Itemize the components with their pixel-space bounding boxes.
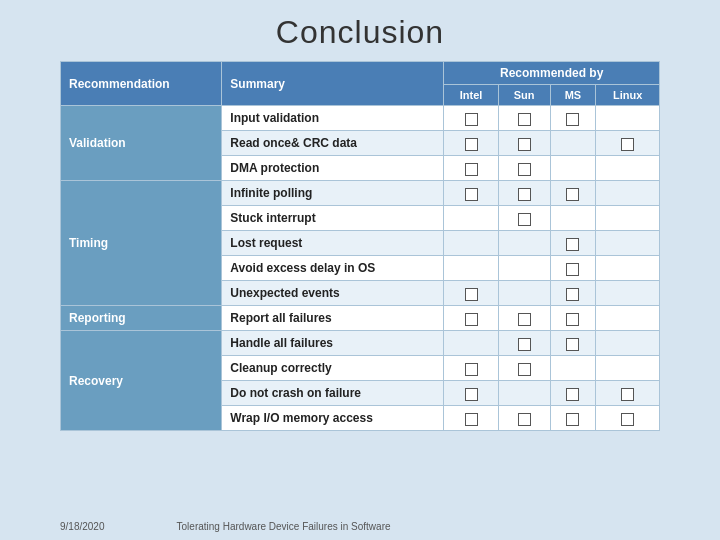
checkbox-icon [465,413,478,426]
checkbox-icon [518,413,531,426]
checkbox-icon [465,188,478,201]
col-header-recommendation: Recommendation [61,62,222,106]
summary-cell: DMA protection [222,156,444,181]
checkbox-icon [566,413,579,426]
summary-cell: Read once& CRC data [222,131,444,156]
checkbox-icon [465,138,478,151]
col-header-summary: Summary [222,62,444,106]
check-cell-ms [550,281,596,306]
check-cell-sun [498,131,550,156]
check-cell-intel [444,231,498,256]
checkbox-icon [518,338,531,351]
check-cell-ms [550,231,596,256]
check-cell-linux [596,206,660,231]
checkbox-icon [566,263,579,276]
check-cell-sun [498,156,550,181]
check-cell-intel [444,281,498,306]
table-row: ReportingReport all failures [61,306,660,331]
conclusion-table: Recommendation Summary Recommended by In… [60,61,660,431]
summary-cell: Handle all failures [222,331,444,356]
check-cell-ms [550,106,596,131]
check-cell-ms [550,306,596,331]
summary-cell: Avoid excess delay in OS [222,256,444,281]
check-cell-sun [498,181,550,206]
col-sun: Sun [498,85,550,106]
check-cell-sun [498,106,550,131]
check-cell-intel [444,156,498,181]
check-cell-intel [444,306,498,331]
checkbox-icon [518,363,531,376]
check-cell-ms [550,406,596,431]
footer: 9/18/2020 Tolerating Hardware Device Fai… [60,521,391,532]
footer-date: 9/18/2020 [60,521,105,532]
checkbox-icon [518,213,531,226]
col-linux: Linux [596,85,660,106]
check-cell-sun [498,356,550,381]
check-cell-sun [498,406,550,431]
checkbox-icon [566,313,579,326]
category-cell-validation: Validation [61,106,222,181]
checkbox-icon [465,288,478,301]
check-cell-intel [444,356,498,381]
summary-cell: Report all failures [222,306,444,331]
check-cell-ms [550,356,596,381]
check-cell-linux [596,406,660,431]
check-cell-sun [498,206,550,231]
checkbox-icon [465,113,478,126]
check-cell-sun [498,381,550,406]
col-intel: Intel [444,85,498,106]
check-cell-linux [596,256,660,281]
summary-cell: Stuck interrupt [222,206,444,231]
checkbox-icon [566,388,579,401]
checkbox-icon [566,238,579,251]
checkbox-icon [518,138,531,151]
checkbox-icon [566,188,579,201]
checkbox-icon [621,138,634,151]
summary-cell: Lost request [222,231,444,256]
check-cell-intel [444,206,498,231]
checkbox-icon [518,163,531,176]
check-cell-ms [550,206,596,231]
check-cell-linux [596,106,660,131]
summary-cell: Cleanup correctly [222,356,444,381]
table-row: RecoveryHandle all failures [61,331,660,356]
check-cell-sun [498,256,550,281]
check-cell-intel [444,131,498,156]
check-cell-linux [596,281,660,306]
checkbox-icon [465,313,478,326]
header-row-top: Recommendation Summary Recommended by [61,62,660,85]
check-cell-linux [596,356,660,381]
main-table-container: Recommendation Summary Recommended by In… [60,61,660,431]
check-cell-intel [444,381,498,406]
check-cell-linux [596,231,660,256]
check-cell-ms [550,331,596,356]
checkbox-icon [566,338,579,351]
checkbox-icon [621,413,634,426]
summary-cell: Input validation [222,106,444,131]
page-title: Conclusion [0,0,720,61]
check-cell-linux [596,181,660,206]
col-ms: MS [550,85,596,106]
table-row: TimingInfinite polling [61,181,660,206]
table-row: ValidationInput validation [61,106,660,131]
check-cell-linux [596,306,660,331]
check-cell-sun [498,331,550,356]
check-cell-sun [498,231,550,256]
check-cell-linux [596,381,660,406]
checkbox-icon [518,113,531,126]
checkbox-icon [518,313,531,326]
checkbox-icon [566,113,579,126]
check-cell-ms [550,131,596,156]
checkbox-icon [465,363,478,376]
category-cell-reporting: Reporting [61,306,222,331]
checkbox-icon [621,388,634,401]
check-cell-linux [596,131,660,156]
check-cell-intel [444,106,498,131]
col-header-recommended-by: Recommended by [444,62,660,85]
summary-cell: Wrap I/O memory access [222,406,444,431]
check-cell-intel [444,181,498,206]
check-cell-intel [444,331,498,356]
check-cell-intel [444,406,498,431]
checkbox-icon [518,188,531,201]
summary-cell: Do not crash on failure [222,381,444,406]
